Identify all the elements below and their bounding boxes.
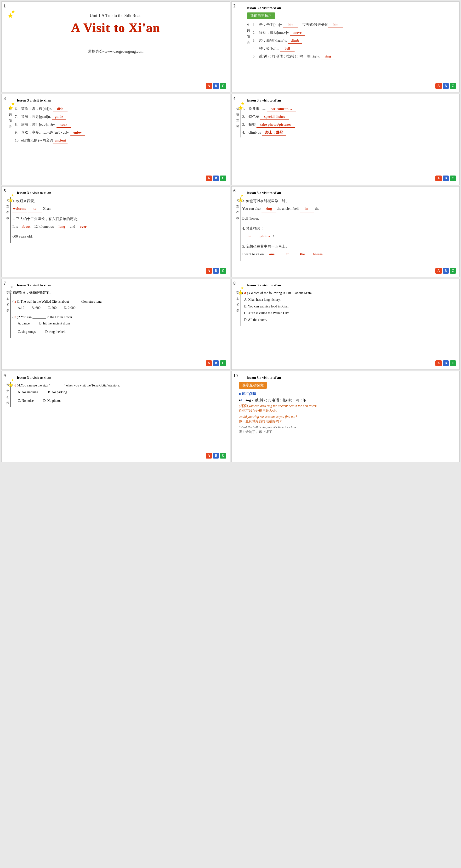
sent-group-5-1: 1. 欢迎来西安。 welcome to Xi'an.	[12, 197, 225, 212]
abc-badges-4: A B C	[435, 176, 456, 181]
word-line-10: ●1 ring v. 敲(钟)；打电话；按(铃)；鸣；响	[239, 398, 455, 403]
reading-q7-2: ( b )2.You can ________ in the Drum Towe…	[12, 314, 225, 335]
badge-b-6: B	[443, 268, 449, 274]
vocab-row-2-4: 4. 钟；铃[bel]n. bell	[253, 45, 455, 52]
example-1-en: [观察] you can also ring the ancient bell …	[239, 404, 455, 408]
card-4: 4 ★ ★ lesson 3 a visit to xi'an 短 语 互 译 …	[231, 94, 460, 185]
reading-q7-1: ( a )1.The wall in the Walled City is ab…	[12, 299, 225, 311]
badge-a-5: A	[206, 268, 212, 274]
options-7-1: A.12B. 600C. 200D. 2 000	[18, 305, 225, 311]
lesson-header-4: lesson 3 a visit to xi'an	[236, 98, 455, 102]
phrase-row-4-3: 3. 拍照 take photos/pictures	[242, 122, 455, 128]
vocab-list-2: 1. 击，击中[hɪt]v. hit →过去式/过去分词hit 2. 移动；摆动…	[253, 22, 455, 61]
stars-7: ★ ★	[5, 282, 14, 288]
card-3: 3 ★ ★ lesson 3 a visit to xi'an 单 词 闯 关 …	[1, 94, 230, 185]
badge-a-6: A	[435, 268, 441, 274]
options-8-1: A. Xi'an has a long history. B. You can …	[244, 297, 455, 323]
badge-a-7: A	[206, 360, 212, 366]
reading-box-8: 课 文 初 探 ( d )3.Which of the following is…	[236, 290, 455, 326]
sent-group-6-2: 4. 禁止拍照！ no photos !	[242, 225, 455, 240]
badge-a-3: A	[206, 176, 212, 181]
abc-badges-9: A B C	[206, 453, 226, 459]
badge-a-9: A	[206, 453, 212, 459]
options-9-1: A. No smokingB. No parking	[18, 389, 225, 396]
vocab-row-3-4: 9. 喜欢；享受……乐趣[ɪn'dʒɔɪ]v. enjoy	[15, 129, 225, 135]
stars-9: ★ ★	[5, 375, 14, 382]
badge-c: C	[220, 83, 226, 89]
sent-group-6-3: 5. 我想坐在其中的一匹马上。 I want to sit on one of …	[242, 243, 455, 258]
phrase-row-4-4: 4. climb up 爬上；攀登	[242, 129, 455, 135]
vocab-row-3-2: 7. 导游；向导[gaɪd]n. guide	[15, 114, 225, 120]
card-9: 9 ★ ★ lesson 3 a visit to xi'an 课 文 初 探 …	[1, 371, 230, 462]
reading-list-9: ( d )4.You can see the sign "________" w…	[12, 382, 225, 407]
lesson-header-9: lesson 3 a visit to xi'an	[6, 376, 225, 380]
green-banner-2: 课前自主预习	[247, 12, 275, 19]
badge-b-3: B	[213, 176, 219, 181]
lesson-header-8: lesson 3 a visit to xi'an	[236, 283, 455, 287]
sent-zh-5-1: 1. 欢迎来西安。	[12, 197, 225, 205]
badge-c-4: C	[450, 176, 456, 181]
sent-group-6-1: 3. 你也可以在钟楼里敲古钟。 You can also ring the an…	[242, 197, 455, 222]
options-7-2: A. danceB. hit the ancient drum	[18, 320, 225, 327]
abc-badges-1: A B C	[206, 83, 226, 89]
unit-line: Unit 1 A Trip to the Silk Road	[6, 13, 225, 18]
card-num-10: 10	[234, 373, 238, 378]
vocab-row-2-5: 5. 敲(钟)；打电话；按(铃)；鸣；响[rɪŋ]v. ring	[253, 53, 455, 59]
reading-list-7: 阅读课文，选择正确答案。 ( a )1.The wall in the Wall…	[12, 290, 225, 338]
badge-b-7: B	[213, 360, 219, 366]
sentence-list-6: 3. 你也可以在钟楼里敲古钟。 You can also ring the an…	[242, 197, 455, 261]
example-1-zh: 你也可以在钟楼里敲古钟。	[239, 409, 455, 413]
stars-6: ★ ★	[235, 190, 245, 197]
vocab-detail-10: ■ 词汇点睛 ●1 ring v. 敲(钟)；打电话；按(铃)；鸣；响 [观察]…	[236, 392, 455, 434]
sent-en-6-1: You can also ring the ancient bell in th…	[242, 205, 455, 212]
vocab-list-3: 6. 菜肴；盘，碟[dɪʃ]n. dish 7. 导游；向导[gaɪd]n. g…	[15, 106, 225, 145]
abc-badges-5: A B C	[206, 268, 226, 274]
badge-c-9: C	[220, 453, 226, 459]
sentence-box-6: 句 型 在 线 3. 你也可以在钟楼里敲古钟。 You can also rin…	[236, 197, 455, 261]
lesson-header-6: lesson 3 a visit to xi'an	[236, 191, 455, 195]
vocab-box-2: 单 词 闯 关 1. 击，击中[hɪt]v. hit →过去式/过去分词hit …	[247, 22, 455, 61]
card-2: 2 lesson 3 a visit to xi'an 课前自主预习 单 词 闯…	[231, 1, 460, 92]
side-labels-2: 单 词 闯 关	[247, 22, 251, 61]
badge-c-8: C	[450, 360, 456, 366]
options-9-1b: C. No noiseD. No photos	[18, 398, 225, 404]
badge-b-2: B	[443, 83, 449, 89]
card-5: 5 ★ ★ lesson 3 a visit to xi'an 句 型 在 线 …	[1, 186, 230, 277]
stars-8: ★ ★	[235, 282, 245, 290]
card-num-2: 2	[234, 4, 236, 9]
badge-c-2: C	[450, 83, 456, 89]
sent-en-6-1b: Bell Tower.	[242, 215, 455, 222]
card-7: 7 ★ ★ lesson 3 a visit to xi'an 课 文 初 探 …	[1, 279, 230, 370]
lesson-header-2: lesson 3 a visit to xi'an	[236, 6, 455, 10]
abc-badges-2: A B C	[435, 83, 456, 89]
badge-c-5: C	[220, 268, 226, 274]
vocab-row-3-1: 6. 菜肴；盘，碟[dɪʃ]n. dish	[15, 106, 225, 112]
badge-b-4: B	[443, 176, 449, 181]
section-title-10: ■ 词汇点睛	[239, 392, 455, 396]
phrase-box-4: 短 语 互 译 1. 欢迎来…… welcome to… 2. 特色菜 spec…	[236, 106, 455, 137]
options-7-2b: C. sing songsD. ring the bell	[18, 329, 225, 335]
side-labels-5: 句 型 在 线	[6, 197, 10, 243]
abc-badges-8: A B C	[435, 360, 456, 366]
badge-a-8: A	[435, 360, 441, 366]
phrase-row-4-2: 2. 特色菜 special dishes	[242, 114, 455, 120]
vocab-row-2-3: 3. 爬，攀登[klaɪm]v. climb	[253, 38, 455, 43]
stars-4: ★ ★	[235, 97, 245, 105]
abc-badges-6: A B C	[435, 268, 456, 274]
lesson-header-3: lesson 3 a visit to xi'an	[6, 98, 225, 102]
sent-en-5-2b: 600 years old.	[12, 233, 225, 240]
sent-zh-6-1: 3. 你也可以在钟楼里敲古钟。	[242, 197, 455, 205]
side-labels-7: 课 文 初 探	[6, 290, 10, 338]
sent-en-6-2: no photos !	[242, 232, 455, 240]
sent-zh-6-3: 5. 我想坐在其中的一匹马上。	[242, 243, 455, 250]
example-2-zh: 你一查到就给我打电话好吗？	[239, 419, 455, 424]
reading-intro-7: 阅读课文，选择正确答案。	[12, 290, 225, 296]
card-1: 1 ★ ★ Unit 1 A Trip to the Silk Road A V…	[1, 1, 230, 92]
side-labels-6: 句 型 在 线	[236, 197, 240, 261]
phrase-list-4: 1. 欢迎来…… welcome to… 2. 特色菜 special dish…	[242, 106, 455, 137]
side-labels-3: 单 词 闯 关	[9, 106, 13, 145]
lesson-header-10: lesson 3 a visit to xi'an	[236, 376, 455, 380]
abc-badges-3: A B C	[206, 176, 226, 181]
stars-5: ★ ★	[5, 190, 14, 197]
reading-q8-1: ( d )3.Which of the following is TRUE ab…	[242, 290, 455, 323]
